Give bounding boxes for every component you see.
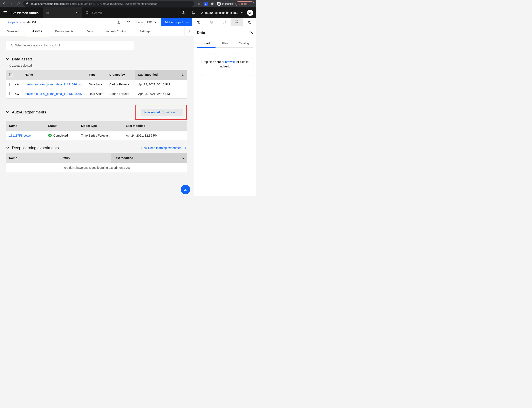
star-icon[interactable]: ☆ (197, 2, 201, 6)
sub-header: Projects / student01 Launch IDE Add to p… (0, 18, 256, 26)
drop-zone[interactable]: Drop files here or browse for files to u… (197, 54, 253, 75)
chevron-down-icon (6, 147, 9, 149)
update-button[interactable]: Update⋮ (236, 1, 254, 6)
asset-search-input[interactable] (15, 43, 131, 47)
arrow-down-icon (181, 73, 184, 76)
tab-jobs[interactable]: Jobs (80, 26, 100, 36)
hamburger-icon (3, 11, 7, 14)
reload-button[interactable] (16, 2, 20, 6)
experiment-link[interactable]: 111137F8-power (9, 134, 32, 137)
col-model[interactable]: Model type (78, 121, 123, 131)
checkbox-all[interactable] (9, 73, 12, 76)
extensions-icon[interactable] (210, 2, 214, 6)
history-button[interactable] (205, 18, 218, 26)
chevron-down-icon (154, 21, 156, 23)
avatar[interactable]: CF (247, 10, 253, 16)
info-icon (197, 20, 200, 24)
checkbox[interactable] (9, 83, 12, 86)
svg-point-2 (219, 3, 220, 5)
section-data-assets[interactable]: Data assets (6, 57, 188, 61)
side-panel-title: Data (197, 31, 205, 35)
side-tab-catalog[interactable]: Catalog (235, 40, 253, 47)
comment-button[interactable] (218, 18, 230, 26)
global-search[interactable] (82, 8, 178, 18)
col-name[interactable]: Name (6, 153, 58, 163)
col-modified[interactable]: Last modified (123, 121, 187, 131)
selection-note: 0 assets selected. (9, 64, 188, 67)
kebab-icon: ⋮ (248, 2, 251, 5)
section-autoai[interactable]: AutoAI experiments (6, 110, 46, 114)
chat-icon (183, 187, 188, 192)
col-status[interactable]: Status (58, 153, 111, 163)
plus-icon (184, 147, 187, 149)
col-name[interactable]: Name (6, 121, 45, 131)
new-deep-learning-button[interactable]: New Deep learning experiment (141, 146, 187, 150)
notifications-button[interactable] (188, 8, 198, 18)
checkbox[interactable] (9, 92, 12, 95)
tab-access-control[interactable]: Access Control (99, 26, 133, 36)
side-tab-load[interactable]: Load (197, 40, 215, 48)
col-type[interactable]: Type (86, 70, 106, 80)
back-button[interactable] (2, 2, 6, 6)
data-panel-button[interactable] (230, 18, 243, 26)
tab-settings[interactable]: Settings (133, 26, 157, 36)
account-dropdown[interactable]: 2245950 - soleilonibmclou… CF (198, 8, 256, 18)
info-button[interactable] (192, 18, 205, 26)
menu-button[interactable] (0, 8, 11, 18)
asset-search[interactable] (6, 41, 134, 50)
arrow-down-icon (181, 157, 184, 160)
svg-point-9 (236, 21, 237, 21)
comment-icon (222, 20, 226, 24)
tab-assets[interactable]: Assets (25, 26, 49, 36)
col-status[interactable]: Status (45, 121, 78, 131)
url-host: dataplatform.cloud.ibm.com (31, 2, 65, 5)
data-icon-button[interactable] (178, 8, 188, 18)
launch-ide-dropdown[interactable]: Launch IDE (133, 21, 161, 24)
col-created[interactable]: Created by (106, 70, 135, 80)
forward-button[interactable] (9, 2, 13, 6)
svg-point-1 (218, 3, 219, 5)
close-button[interactable] (250, 31, 253, 34)
asset-link[interactable]: maximo-auto-ai_pump_data_111137F8.csv (25, 92, 82, 95)
export-button[interactable] (114, 20, 124, 24)
breadcrumb-projects[interactable]: Projects (8, 21, 18, 24)
asset-link[interactable]: maximo-auto-ai_pump_data_11111096.csv (25, 83, 82, 86)
scope-dropdown[interactable]: All (43, 8, 82, 18)
add-collaborator-button[interactable] (124, 20, 133, 24)
tab-overview[interactable]: Overview (0, 26, 25, 36)
side-tabs: Load Files Catalog (197, 40, 253, 48)
side-panel: Data Load Files Catalog Drop files here … (194, 26, 256, 196)
plus-icon (178, 111, 180, 113)
col-name[interactable]: Name (22, 70, 86, 80)
csv-icon: CSV (15, 89, 22, 98)
chat-fab[interactable] (181, 185, 190, 194)
breadcrumb-current: student01 (23, 21, 36, 24)
brand[interactable]: IBM Watson Studio (11, 11, 43, 15)
chevron-right-icon (188, 30, 190, 33)
new-autoai-button[interactable]: New AutoAI experiment (141, 109, 183, 116)
right-rail-icons (192, 18, 256, 26)
browse-link[interactable]: browse (225, 60, 235, 64)
section-deep-learning[interactable]: Deep learning experiments (6, 146, 59, 150)
autoai-table: Name Status Model type Last modified 111… (6, 121, 187, 140)
col-modified[interactable]: Last modified (135, 70, 187, 80)
tab-environments[interactable]: Environments (49, 26, 80, 36)
url-path: /projects/8c9b5004-ed40-4370-9f23-16e36f… (65, 2, 157, 5)
incognito-indicator: Incognito (217, 2, 233, 6)
side-tab-files[interactable]: Files (215, 40, 234, 47)
address-bar[interactable]: dataplatform.cloud.ibm.com/projects/8c9b… (23, 1, 194, 7)
empty-state: You don't have any Deep learning experim… (6, 163, 187, 172)
col-modified[interactable]: Last modified (111, 153, 187, 163)
svg-point-11 (236, 23, 237, 23)
add-to-project-button[interactable]: Add to project (161, 18, 192, 26)
table-row: CSV maximo-auto-ai_pump_data_111137F8.cs… (6, 89, 187, 99)
svg-point-10 (237, 21, 238, 21)
user-plus-icon (126, 20, 131, 24)
tab-scroll-right[interactable] (185, 26, 194, 36)
global-search-input[interactable] (92, 11, 174, 15)
svg-point-15 (10, 44, 12, 46)
help-button[interactable] (243, 18, 256, 26)
highlight-box: New AutoAI experiment (135, 105, 187, 120)
extension-z-icon[interactable]: Z (204, 2, 208, 6)
history-icon (210, 20, 213, 24)
